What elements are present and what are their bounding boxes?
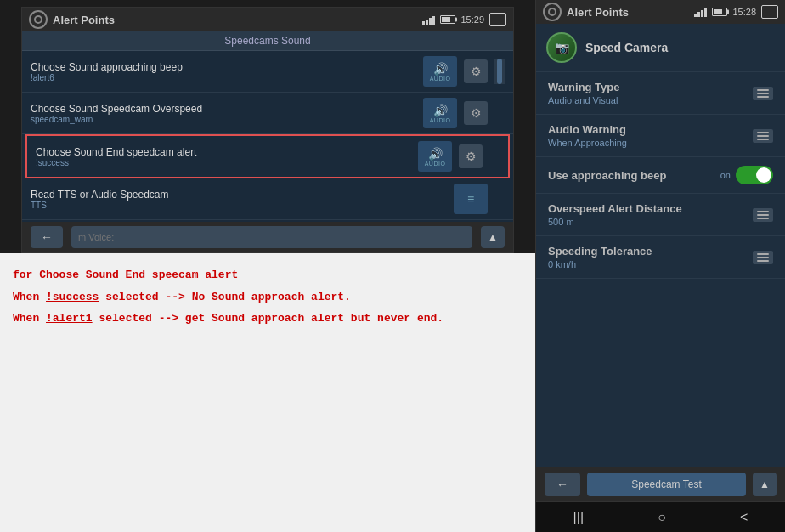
warning-type-text: Warning Type Audio and Visual <box>548 81 753 105</box>
speeding-tolerance-icon <box>753 251 773 264</box>
approaching-beep-text: Use approaching beep <box>548 169 720 182</box>
menu-icon-0 <box>757 89 769 98</box>
overspeed-distance-row[interactable]: Overspeed Alert Distance 500 m <box>536 194 785 236</box>
toggle-on-text: on <box>720 170 731 180</box>
toggle-switch[interactable] <box>736 166 773 184</box>
sound-item-3-title: Choose Sound End speedcam alert <box>36 146 411 158</box>
overspeed-distance-text: Overspeed Alert Distance 500 m <box>548 202 753 227</box>
battery-icon <box>440 15 455 24</box>
left-phone: Alert Points 15:29 Speedcams Sound <box>21 7 514 253</box>
left-up-button[interactable]: ▲ <box>481 226 505 248</box>
speeding-tolerance-row[interactable]: Speeding Tolerance 0 km/h <box>536 236 785 279</box>
overspeed-distance-icon <box>753 208 773 222</box>
sound-item-2[interactable]: Choose Sound Speedcam Overspeed speedcam… <box>22 93 513 134</box>
sound-item-1-text: Choose Sound approaching beep !alert6 <box>31 61 416 82</box>
speeding-tolerance-sublabel: 0 km/h <box>548 259 753 269</box>
left-status-bar: Alert Points 15:29 <box>22 8 513 31</box>
gear-btn-1[interactable]: ⚙ <box>464 59 488 83</box>
annotation-area: for Choose Sound End speecam alert When … <box>0 253 535 532</box>
sound-item-2-text: Choose Sound Speedcam Overspeed speedcam… <box>31 103 416 124</box>
annotation-alert1: !alert1 <box>46 312 93 325</box>
audio-warning-label: Audio Warning <box>548 123 753 136</box>
gear-btn-2[interactable]: ⚙ <box>464 101 488 125</box>
right-status-left: Alert Points <box>543 3 629 21</box>
android-menu-button[interactable]: ||| <box>560 507 597 529</box>
audio-warning-icon <box>753 129 773 143</box>
warning-type-label: Warning Type <box>548 81 753 93</box>
time-display: 15:29 <box>460 14 484 25</box>
scroll-indicator <box>494 59 505 84</box>
menu-icon-4 <box>757 253 769 262</box>
menu-icon-3 <box>757 211 769 219</box>
status-left: Alert Points <box>29 10 115 29</box>
right-nav-logo-icon <box>543 3 562 21</box>
android-back-button[interactable]: < <box>726 507 761 529</box>
sound-item-2-title: Choose Sound Speedcam Overspeed <box>31 103 416 115</box>
nav-logo-icon <box>29 10 48 29</box>
sound-item-3-subtitle: !success <box>36 158 411 167</box>
overspeed-distance-label: Overspeed Alert Distance <box>548 202 753 215</box>
speeding-tolerance-label: Speeding Tolerance <box>548 245 753 258</box>
speed-camera-header: Speed Camera <box>536 24 785 72</box>
right-battery-icon <box>712 8 727 16</box>
right-title: Alert Points <box>567 6 629 19</box>
right-bottom-bar: ← Speedcam Test ▲ <box>536 467 785 501</box>
toggle-knob <box>756 167 771 183</box>
sound-item-4[interactable]: Read TTS or Audio Speedcam TTS ≡ <box>22 178 513 220</box>
gear-btn-3[interactable]: ⚙ <box>459 144 483 168</box>
section-header: Speedcams Sound <box>22 31 513 51</box>
audio-btn-1[interactable]: 🔊 AUDIO <box>423 56 457 87</box>
right-status-right: 15:28 <box>694 5 778 19</box>
sound-list: Choose Sound approaching beep !alert6 🔊 … <box>22 51 513 222</box>
audio-warning-row[interactable]: Audio Warning When Approaching <box>536 115 785 157</box>
sound-item-2-subtitle: speedcam_warn <box>31 115 416 124</box>
annotation-line-1: for Choose Sound End speecam alert <box>13 267 522 284</box>
sound-item-1[interactable]: Choose Sound approaching beep !alert6 🔊 … <box>22 51 513 93</box>
audio-warning-sublabel: When Approaching <box>548 138 753 148</box>
menu-icon-1 <box>757 132 769 140</box>
left-back-button[interactable]: ← <box>31 226 63 248</box>
warning-type-row[interactable]: Warning Type Audio and Visual <box>536 72 785 115</box>
left-panel: Alert Points 15:29 Speedcams Sound <box>0 0 535 532</box>
right-signal-icon <box>694 7 707 17</box>
status-right: 15:29 <box>422 13 506 26</box>
sound-item-4-subtitle: TTS <box>31 201 447 210</box>
android-nav: ||| ○ < <box>536 501 785 532</box>
speed-camera-icon <box>546 32 577 63</box>
speaker-icon-3: 🔊 <box>428 147 443 161</box>
speedcam-test-button[interactable]: Speedcam Test <box>587 473 746 496</box>
right-panel: Alert Points 15:28 Speed Camera <box>535 0 785 532</box>
right-status-bar: Alert Points 15:28 <box>536 0 785 24</box>
left-title: Alert Points <box>53 14 115 26</box>
text-lines-icon: ≡ <box>467 192 474 206</box>
sound-item-4-title: Read TTS or Audio Speedcam <box>31 189 447 201</box>
speeding-tolerance-text: Speeding Tolerance 0 km/h <box>548 245 753 269</box>
right-back-button[interactable]: ← <box>545 473 580 496</box>
android-home-button[interactable]: ○ <box>644 507 680 529</box>
warning-type-sublabel: Audio and Visual <box>548 95 753 105</box>
warning-type-icon <box>753 87 773 100</box>
sound-item-3-text: Choose Sound End speedcam alert !success <box>36 146 411 167</box>
speaker-icon-1: 🔊 <box>433 62 448 76</box>
sound-item-4-text: Read TTS or Audio Speedcam TTS <box>31 189 447 210</box>
annotation-line-3: When !alert1 selected --> get Sound appr… <box>13 310 522 327</box>
annotation-line-2: When !success selected --> No Sound appr… <box>13 289 522 306</box>
camera-icon[interactable] <box>489 13 506 26</box>
speaker-icon-2: 🔊 <box>433 104 448 117</box>
overspeed-distance-sublabel: 500 m <box>548 217 753 227</box>
right-time-display: 15:28 <box>732 7 756 17</box>
right-camera-icon[interactable] <box>761 5 778 19</box>
right-up-button[interactable]: ▲ <box>753 473 777 496</box>
sound-item-1-subtitle: !alert6 <box>31 73 416 82</box>
voice-input[interactable] <box>71 226 472 248</box>
left-bottom-bar: ← ▲ <box>22 222 513 252</box>
signal-icon <box>422 14 435 25</box>
audio-btn-2[interactable]: 🔊 AUDIO <box>423 98 457 128</box>
approaching-beep-row[interactable]: Use approaching beep on <box>536 157 785 194</box>
audio-btn-3[interactable]: 🔊 AUDIO <box>418 141 452 172</box>
tts-icon: ≡ <box>454 184 488 214</box>
sound-item-1-title: Choose Sound approaching beep <box>31 61 416 73</box>
speed-camera-title: Speed Camera <box>585 41 668 54</box>
audio-warning-text: Audio Warning When Approaching <box>548 123 753 148</box>
sound-item-3[interactable]: Choose Sound End speedcam alert !success… <box>25 134 510 178</box>
